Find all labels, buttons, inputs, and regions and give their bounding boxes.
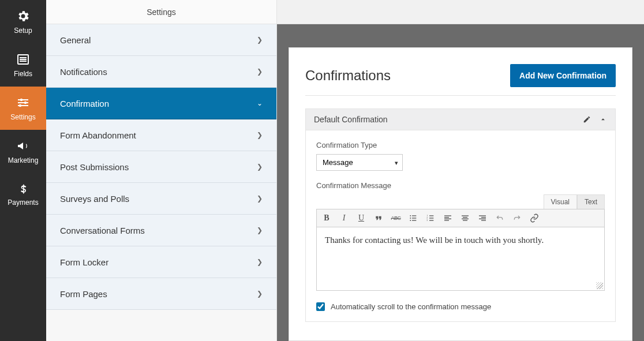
- pencil-icon[interactable]: [583, 115, 591, 123]
- svg-rect-23: [444, 217, 449, 218]
- confirmation-type-select-wrap: Message: [316, 154, 403, 171]
- editor-textarea[interactable]: Thanks for contacting us! We will be in …: [316, 227, 605, 291]
- svg-rect-24: [444, 219, 451, 219]
- card-header: Default Confirmation: [306, 109, 615, 130]
- svg-rect-25: [444, 220, 449, 220]
- svg-rect-27: [463, 217, 467, 218]
- editor-tab-visual[interactable]: Visual: [544, 194, 577, 209]
- svg-rect-21: [429, 220, 433, 220]
- bold-icon[interactable]: B: [321, 213, 332, 223]
- svg-rect-31: [481, 217, 486, 218]
- svg-rect-29: [463, 220, 467, 220]
- settings-sidebar: Settings General❯ Notifications❯ Confirm…: [46, 0, 277, 341]
- gear-icon: [16, 9, 30, 23]
- strikethrough-icon[interactable]: ABC: [391, 213, 401, 223]
- svg-rect-26: [462, 215, 469, 216]
- menu-item-general[interactable]: General❯: [46, 24, 276, 56]
- menu-item-surveys-polls[interactable]: Surveys and Polls❯: [46, 183, 276, 215]
- underline-icon[interactable]: U: [356, 213, 366, 223]
- svg-point-9: [19, 104, 21, 106]
- editor-toolbar: B I U ABC 123: [316, 209, 605, 227]
- confirmation-card: Default Confirmation Confirmation Type M…: [305, 108, 616, 322]
- svg-point-10: [410, 215, 411, 216]
- menu-item-conversational-forms[interactable]: Conversational Forms❯: [46, 215, 276, 246]
- confirmation-type-select[interactable]: Message: [316, 154, 403, 171]
- align-center-icon[interactable]: [460, 213, 470, 223]
- chevron-right-icon: ❯: [257, 290, 263, 298]
- chevron-right-icon: ❯: [257, 194, 263, 203]
- svg-point-5: [20, 98, 23, 100]
- menu-item-notifications[interactable]: Notifications❯: [46, 56, 276, 88]
- chevron-right-icon: ❯: [257, 163, 263, 171]
- svg-point-14: [410, 220, 411, 221]
- ordered-list-icon[interactable]: 123: [425, 213, 436, 223]
- svg-rect-11: [412, 215, 416, 216]
- rail-label: Setup: [14, 27, 32, 35]
- editor: Visual Text B I U ABC 123: [316, 194, 605, 291]
- list-icon: [16, 53, 30, 66]
- app-root: Setup Fields Settings Marketing Payments…: [0, 0, 644, 341]
- svg-rect-33: [481, 220, 486, 220]
- svg-rect-15: [412, 220, 416, 220]
- auto-scroll-row: Automatically scroll to the confirmation…: [316, 302, 605, 311]
- chevron-up-icon[interactable]: [599, 115, 607, 123]
- svg-rect-13: [412, 218, 416, 218]
- bullet-list-icon[interactable]: [408, 213, 418, 223]
- italic-icon[interactable]: I: [339, 213, 349, 223]
- menu-label: Form Abandonment: [60, 130, 136, 140]
- rail-label: Marketing: [8, 156, 39, 164]
- card-body: Confirmation Type Message Confirmation M…: [306, 130, 615, 321]
- link-icon[interactable]: [529, 213, 540, 223]
- svg-rect-17: [429, 215, 433, 216]
- rail-item-settings[interactable]: Settings: [0, 87, 46, 130]
- menu-label: Surveys and Polls: [60, 194, 129, 204]
- settings-header: Settings: [46, 0, 276, 24]
- sliders-icon: [16, 96, 30, 110]
- menu-label: Form Locker: [60, 257, 108, 267]
- panel-title: Confirmations: [305, 68, 391, 84]
- align-right-icon[interactable]: [477, 213, 488, 223]
- quote-icon[interactable]: [373, 213, 384, 223]
- chevron-down-icon: ⌄: [257, 99, 263, 107]
- menu-item-confirmation[interactable]: Confirmation⌄: [46, 88, 276, 119]
- svg-point-7: [24, 101, 27, 103]
- menu-item-form-pages[interactable]: Form Pages❯: [46, 278, 276, 310]
- rail-item-setup[interactable]: Setup: [0, 0, 46, 43]
- svg-rect-28: [462, 219, 469, 219]
- left-rail: Setup Fields Settings Marketing Payments: [0, 0, 46, 341]
- svg-rect-32: [479, 219, 486, 219]
- rail-label: Settings: [10, 113, 35, 121]
- menu-item-post-submissions[interactable]: Post Submissions❯: [46, 151, 276, 183]
- confirmation-type-label: Confirmation Type: [316, 141, 605, 149]
- menu-label: Notifications: [60, 67, 107, 77]
- editor-tab-text[interactable]: Text: [577, 194, 605, 209]
- canvas: Confirmations Add New Confirmation Defau…: [277, 24, 644, 341]
- editor-content: Thanks for contacting us! We will be in …: [325, 235, 544, 245]
- align-left-icon[interactable]: [443, 213, 453, 223]
- redo-icon[interactable]: [512, 213, 522, 223]
- rail-item-fields[interactable]: Fields: [0, 43, 46, 87]
- menu-label: Confirmation: [60, 99, 109, 108]
- menu-item-form-abandonment[interactable]: Form Abandonment❯: [46, 119, 276, 151]
- chevron-right-icon: ❯: [257, 68, 263, 76]
- menu-item-form-locker[interactable]: Form Locker❯: [46, 246, 276, 278]
- chevron-right-icon: ❯: [257, 226, 263, 234]
- panel-head: Confirmations Add New Confirmation: [305, 64, 616, 87]
- divider: [305, 95, 616, 96]
- rail-item-marketing[interactable]: Marketing: [0, 130, 46, 173]
- svg-rect-19: [429, 218, 433, 218]
- rail-item-payments[interactable]: Payments: [0, 173, 46, 216]
- resize-grip-icon[interactable]: [596, 282, 603, 289]
- menu-label: Form Pages: [60, 289, 107, 299]
- rail-label: Fields: [14, 70, 32, 78]
- menu-label: Post Submissions: [60, 162, 129, 172]
- svg-text:3: 3: [426, 219, 428, 222]
- auto-scroll-checkbox[interactable]: [316, 302, 325, 311]
- content-area: Confirmations Add New Confirmation Defau…: [277, 0, 644, 341]
- add-new-confirmation-button[interactable]: Add New Confirmation: [510, 64, 616, 87]
- chevron-right-icon: ❯: [257, 36, 263, 44]
- settings-menu: General❯ Notifications❯ Confirmation⌄ Fo…: [46, 24, 276, 341]
- chevron-right-icon: ❯: [257, 258, 263, 266]
- menu-label: Conversational Forms: [60, 226, 145, 235]
- undo-icon[interactable]: [495, 213, 505, 223]
